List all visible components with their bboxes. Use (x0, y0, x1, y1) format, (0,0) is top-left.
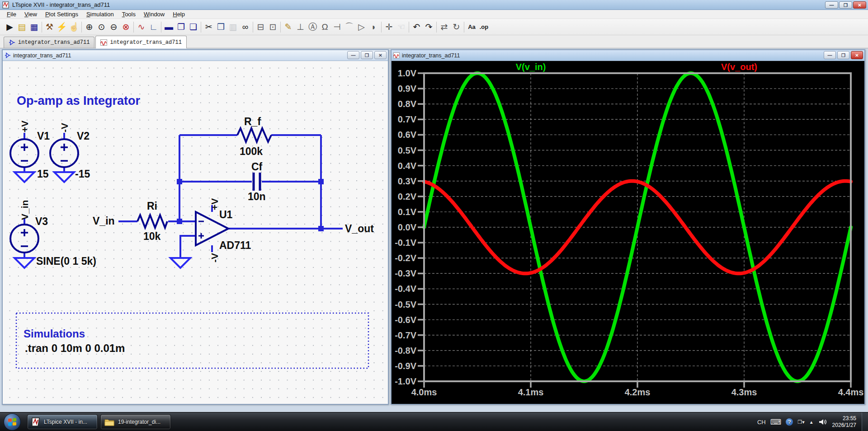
schematic-restore-button[interactable]: ❐ (361, 51, 373, 59)
zoom-full-extents-button[interactable]: ⊗ (120, 21, 132, 33)
menu-plot-settings[interactable]: Plot Settings (41, 10, 82, 19)
schematic-minimize-button[interactable]: — (347, 51, 359, 59)
app-minimize-button[interactable]: — (825, 1, 838, 9)
undo-button[interactable]: ↶ (410, 21, 423, 33)
autorange-y-button[interactable]: ∿ (135, 21, 147, 33)
voltage-source-v3[interactable] (10, 225, 38, 253)
waveform-minimize-button[interactable]: — (824, 51, 836, 59)
legend-vv_out[interactable]: V(v_out) (721, 62, 757, 72)
schematic-heading[interactable]: Op-amp as Integrator (17, 94, 141, 108)
v2-designator[interactable]: V2 (77, 130, 90, 142)
net-label-vin[interactable]: V_in (93, 215, 115, 227)
place-diode-button[interactable]: ▷ (355, 21, 368, 33)
schematic-close-button[interactable]: ✕ (374, 51, 387, 59)
menu-tools[interactable]: Tools (118, 10, 140, 19)
tab-schematic[interactable]: integrator_trans_ad711 (4, 37, 94, 48)
menu-simulation[interactable]: Simulation (82, 10, 118, 19)
opamp-vminus-label[interactable]: -V (209, 253, 220, 262)
taskbar-button-ltspice[interactable]: LTspice XVII - in... (27, 414, 98, 430)
ri-designator[interactable]: Ri (147, 200, 157, 212)
zoom-in-button[interactable]: ⊕ (83, 21, 95, 33)
v3-value[interactable]: SINE(0 1 5k) (36, 255, 96, 267)
menu-view[interactable]: View (20, 10, 41, 19)
cf-designator[interactable]: Cf (251, 161, 263, 173)
net-label-v3[interactable]: V_in (19, 200, 30, 220)
find-button[interactable]: ∞ (239, 21, 251, 33)
menu-file[interactable]: File (3, 10, 20, 19)
v3-designator[interactable]: V3 (35, 216, 48, 227)
show-hidden-icons[interactable]: ▲ (809, 420, 814, 425)
menu-window[interactable]: Window (140, 10, 169, 19)
paste-button[interactable]: ▥ (227, 21, 239, 33)
schematic-canvas[interactable]: Op-amp as Integrator (3, 61, 388, 404)
resistor-rf[interactable] (237, 128, 271, 142)
tile-windows-button[interactable]: ▬ (163, 21, 175, 33)
waveform-close-button[interactable]: ✕ (851, 51, 863, 59)
rf-value[interactable]: 100k (240, 145, 263, 157)
waveform-restore-button[interactable]: ❐ (837, 51, 849, 59)
halt-button[interactable]: ⚡ (56, 21, 68, 33)
draw-wire-button[interactable]: ✎ (282, 21, 294, 33)
mirror-button[interactable]: ⇄ (438, 21, 450, 33)
place-label-button[interactable]: Ⓐ (307, 21, 319, 33)
move-button[interactable]: ✛ (383, 21, 395, 33)
redo-button[interactable]: ↷ (423, 21, 435, 33)
taskbar-button-folder[interactable]: 19-integrator_di... (100, 414, 171, 430)
net-label-vout[interactable]: V_out (345, 223, 374, 234)
place-resistor-button[interactable]: Ω (319, 21, 331, 33)
drag-button[interactable]: ☜ (395, 21, 407, 33)
start-button[interactable] (4, 413, 21, 431)
app-close-button[interactable]: ✕ (853, 1, 866, 9)
rotate-button[interactable]: ↻ (450, 21, 462, 33)
show-desktop-button[interactable] (862, 412, 868, 431)
run-button[interactable]: ▶ (4, 21, 16, 33)
spice-directive-text[interactable]: .tran 0 10m 0 0.01m (25, 342, 125, 354)
rf-designator[interactable]: R_f (244, 116, 261, 127)
legend-vv_in[interactable]: V(v_in) (516, 62, 546, 72)
voltage-source-v1[interactable] (10, 139, 38, 167)
copy-button[interactable]: ❒ (215, 21, 227, 33)
cascade-windows-button[interactable]: ❐ (175, 21, 187, 33)
voltage-source-v2[interactable] (50, 139, 78, 167)
cf-value[interactable]: 10n (248, 191, 266, 202)
pan-button[interactable]: ☝ (68, 21, 80, 33)
help-icon[interactable]: ? (786, 418, 793, 426)
print-button[interactable]: ⊡ (267, 21, 279, 33)
tab-waveform[interactable]: integrator_trans_ad711 (95, 36, 186, 48)
zoom-area-button[interactable]: ⊙ (95, 21, 108, 33)
place-component-button[interactable]: ◗ (368, 21, 380, 33)
control-panel-button[interactable]: ⚒ (43, 21, 56, 33)
taskbar-clock[interactable]: 23:55 2026/1/27 (832, 415, 856, 429)
v2-value[interactable]: -15 (75, 168, 90, 180)
restore-windows-icon[interactable]: ❐▾ (797, 419, 804, 425)
resistor-ri[interactable] (137, 215, 167, 228)
ri-value[interactable]: 10k (143, 230, 161, 242)
wires[interactable] (24, 133, 343, 258)
spice-directive-button[interactable]: .op (478, 21, 490, 33)
waveform-plot[interactable]: 1.0V0.9V0.8V0.7V0.6V0.5V0.4V0.3V0.2V0.1V… (392, 61, 864, 404)
volume-icon[interactable] (818, 418, 826, 426)
schematic-window-titlebar[interactable]: integrator_trans_ad711 — ❐ ✕ (3, 50, 388, 61)
save-button[interactable]: ▦ (28, 21, 40, 33)
place-capacitor-button[interactable]: ⊣ (331, 21, 343, 33)
v1-designator[interactable]: V1 (37, 130, 50, 142)
simulation-heading[interactable]: Simulations (24, 328, 85, 340)
arrange-windows-button[interactable]: ❏ (187, 21, 199, 33)
plot-axes-button[interactable]: ∟ (147, 21, 160, 33)
app-titlebar[interactable]: LTspice XVII - integrator_trans_ad711 — … (0, 0, 868, 10)
menu-help[interactable]: Help (169, 10, 189, 19)
keyboard-icon[interactable]: ⌨ (770, 417, 782, 427)
place-ground-button[interactable]: ⊥ (294, 21, 307, 33)
cut-button[interactable]: ✂ (203, 21, 215, 33)
u1-designator[interactable]: U1 (219, 209, 233, 220)
opamp-vplus-label[interactable]: +V (209, 198, 220, 210)
waveform-window-titlebar[interactable]: integrator_trans_ad711 — ❐ ✕ (392, 50, 864, 61)
zoom-out-button[interactable]: ⊖ (108, 21, 120, 33)
add-text-button[interactable]: Aa (466, 21, 478, 33)
rail-label-v2[interactable]: -V (59, 123, 70, 132)
place-inductor-button[interactable]: ⌒ (343, 21, 355, 33)
v1-value[interactable]: 15 (37, 168, 49, 180)
open-button[interactable]: ▤ (16, 21, 28, 33)
print-preview-button[interactable]: ⊟ (255, 21, 267, 33)
app-restore-button[interactable]: ❐ (839, 1, 852, 9)
